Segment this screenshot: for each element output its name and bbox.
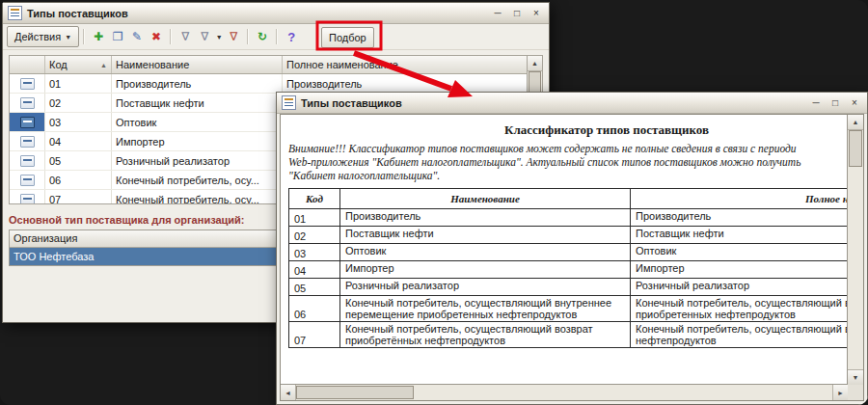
classifier-table: Код Наименование Полное наименование 01 …	[288, 188, 848, 348]
minimize-button[interactable]: ─	[490, 7, 505, 20]
minimize-button[interactable]: ─	[808, 96, 824, 110]
titlebar[interactable]: Типы поставщиков ─ □ ×	[277, 93, 867, 114]
cell-code: 07	[45, 190, 112, 205]
refresh-button[interactable]: ↻	[253, 27, 272, 46]
cell-code: 03	[45, 113, 112, 132]
toolbar: Действия ▼ ✚ ❐ ✎ ✖ ∇ ∇ ▼ ∇ ↻ ? Подбор	[3, 24, 549, 50]
cell-code: 01	[45, 74, 112, 94]
vertical-scrollbar[interactable]: ▲ ▼	[847, 115, 863, 385]
window-title: Типы поставщиков	[301, 97, 402, 109]
clear-filter-button[interactable]: ∇	[224, 27, 243, 46]
sort-asc-icon: ▲	[100, 62, 107, 68]
copy-icon: ❐	[113, 30, 123, 43]
row-marker-cell	[10, 113, 45, 132]
cell-name: Импортер	[112, 132, 283, 151]
cell-full-name: Производитель	[283, 74, 530, 94]
horizontal-scrollbar[interactable]: ◄ ►	[281, 384, 848, 400]
clear-filter-icon: ∇	[230, 30, 237, 43]
edit-pencil-icon: ✎	[132, 30, 142, 43]
row-marker-cell	[10, 94, 45, 113]
close-button[interactable]: ×	[529, 7, 544, 20]
chevron-down-icon: ▼	[216, 34, 223, 40]
cell-code: 06	[289, 296, 340, 322]
column-header-full-name[interactable]: Полное наименование	[283, 56, 530, 74]
cell-name: Производитель	[112, 74, 283, 94]
row-marker-icon	[20, 117, 35, 128]
scroll-up-button[interactable]: ▲	[528, 56, 542, 71]
table-row[interactable]: 01 Производитель Производитель	[10, 74, 530, 94]
cell-code: 07	[289, 322, 340, 348]
cell-full-name: Производитель	[631, 209, 849, 227]
filter-dropdown-button[interactable]: ▼	[214, 27, 224, 46]
cell-name: Розничный реализатор	[340, 279, 631, 296]
table-row: 04 Импортер Импортер	[289, 261, 849, 279]
maximize-button[interactable]: □	[827, 96, 843, 110]
add-icon: ✚	[94, 30, 103, 43]
podbor-button[interactable]: Подбор	[321, 27, 374, 48]
cell-full-name: Поставщик нефти	[631, 227, 849, 244]
filter-by-value-button[interactable]: ∇	[195, 27, 214, 46]
cell-full-name: Оптовик	[631, 244, 849, 261]
table-row: 03 Оптовик Оптовик	[289, 244, 849, 261]
scroll-right-button[interactable]: ►	[832, 385, 848, 400]
toolbar-separator	[247, 29, 249, 44]
column-header-name[interactable]: Наименование	[112, 56, 283, 74]
row-marker-icon	[20, 194, 35, 204]
chevron-down-icon: ▼	[65, 34, 71, 40]
cell-full-name: Розничный реализатор	[631, 279, 849, 296]
column-header-name: Наименование	[340, 189, 631, 209]
scroll-up-button[interactable]: ▲	[848, 115, 863, 130]
cell-full-name: Импортер	[631, 261, 849, 279]
scrollbar-corner	[848, 385, 863, 400]
cell-code: 05	[289, 279, 340, 296]
row-marker-icon	[20, 78, 35, 90]
column-header-code[interactable]: Код ▲	[45, 56, 112, 74]
edit-button[interactable]: ✎	[127, 27, 147, 46]
cell-code: 01	[289, 209, 340, 227]
cell-name: Конечный потребитель, осуществляющий воз…	[340, 322, 631, 348]
cell-name: Импортер	[340, 261, 631, 279]
titlebar[interactable]: Типы поставщиков ─ □ ×	[3, 3, 549, 24]
filter-funnel-icon: ∇	[201, 30, 208, 43]
row-marker-icon	[20, 136, 35, 148]
close-button[interactable]: ×	[847, 96, 862, 110]
cell-name: Поставщик нефти	[112, 94, 283, 113]
classifier-heading: Классификатор типов поставщиков	[288, 122, 848, 138]
filter-sort-button[interactable]: ∇	[176, 27, 195, 46]
report-app-icon	[282, 95, 296, 110]
delete-button[interactable]: ✖	[147, 27, 166, 46]
cell-code: 06	[45, 171, 112, 190]
cell-code: 04	[45, 132, 112, 151]
toolbar-separator	[170, 29, 172, 44]
scroll-left-button[interactable]: ◄	[281, 385, 296, 400]
row-marker-icon	[20, 175, 35, 186]
cell-name: Конечный потребитель, осу...	[112, 190, 283, 205]
copy-button[interactable]: ❐	[108, 27, 127, 46]
row-marker-icon	[20, 97, 35, 109]
scrollbar-thumb[interactable]	[849, 130, 862, 167]
row-marker-cell	[10, 151, 45, 171]
add-button[interactable]: ✚	[89, 27, 108, 46]
cell-code: 02	[289, 227, 340, 244]
marker-column-header	[10, 56, 45, 74]
cell-name: Оптовик	[112, 113, 283, 132]
document-frame: Классификатор типов поставщиков Внимание…	[280, 114, 864, 401]
table-row: 05 Розничный реализатор Розничный реализ…	[289, 279, 849, 296]
cell-code: 04	[289, 261, 340, 279]
cell-code: 03	[289, 244, 340, 261]
column-header-full-name: Полное наименование	[631, 189, 849, 209]
actions-menu-button[interactable]: Действия ▼	[7, 26, 79, 47]
table-row: 06 Конечный потребитель, осуществляющий …	[289, 296, 849, 322]
screenshot-stage: Типы поставщиков ─ □ × Действия ▼ ✚ ❐ ✎ …	[0, 0, 868, 405]
window-title: Типы поставщиков	[27, 8, 128, 19]
warning-text-line: Внимание!!! Классификатор типов поставщи…	[288, 142, 848, 155]
table-row: 02 Поставщик нефти Поставщик нефти	[289, 227, 849, 244]
cell-name: Конечный потребитель, осуществляющий вну…	[340, 296, 631, 322]
row-marker-icon	[20, 155, 35, 167]
scrollbar-thumb[interactable]	[296, 386, 414, 399]
maximize-button[interactable]: □	[509, 7, 525, 20]
row-marker-cell	[10, 74, 45, 94]
scroll-down-button[interactable]: ▼	[848, 369, 863, 385]
cell-code: 05	[45, 151, 112, 171]
help-button[interactable]: ?	[282, 27, 301, 46]
